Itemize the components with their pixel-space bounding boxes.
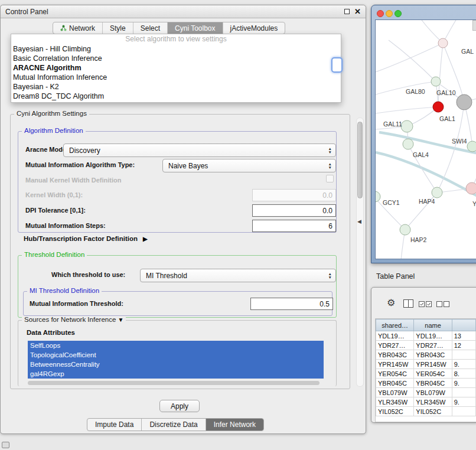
column-header[interactable] xyxy=(452,319,475,331)
table-cell[interactable]: YBR045C xyxy=(414,379,452,388)
table-cell[interactable]: YBL079W xyxy=(414,388,452,397)
table-row[interactable]: YDR27…YDR27…12 xyxy=(376,341,476,350)
which-threshold-combobox[interactable]: MI Threshold ▲▼ xyxy=(140,269,336,282)
focused-combobox-fragment[interactable] xyxy=(331,57,343,73)
network-canvas[interactable]: GALGAL80GAL10GAL1GAL11SWI4GAL4GCY1HAP4YH… xyxy=(375,19,476,259)
table-cell[interactable]: YPR145W xyxy=(414,360,452,369)
table-cell[interactable] xyxy=(452,388,475,397)
table-cell[interactable]: YDL19… xyxy=(376,331,414,341)
tab-select[interactable]: Select xyxy=(133,22,168,34)
node-label: HAP2 xyxy=(410,236,427,243)
network-node[interactable] xyxy=(432,187,442,198)
algorithm-option-basic-correlation-inference[interactable]: Basic Correlation Inference xyxy=(11,54,341,63)
network-node[interactable] xyxy=(466,182,476,194)
network-edge[interactable] xyxy=(376,43,443,72)
table-cell[interactable]: YPR145W xyxy=(376,360,414,369)
table-cell[interactable]: YBR045C xyxy=(376,379,414,388)
table-cell[interactable]: YER054C xyxy=(376,369,414,379)
deselect-all-columns-icon[interactable] xyxy=(436,301,449,308)
splitter-collapse-icon[interactable]: ◀ xyxy=(357,219,361,224)
network-node[interactable] xyxy=(467,141,476,152)
table-cell[interactable]: YER054C xyxy=(414,369,452,379)
close-window-icon[interactable]: ✕ xyxy=(354,7,361,16)
table-cell[interactable]: YBR043C xyxy=(376,350,414,360)
table-row[interactable]: YER054CYER054C8. xyxy=(376,369,476,379)
table-settings-gear-icon[interactable]: ⚙ xyxy=(387,297,395,308)
aracne-mode-combobox[interactable]: Discovery ▲▼ xyxy=(63,144,336,157)
apply-button[interactable]: Apply xyxy=(159,400,200,412)
table-cell[interactable]: 9. xyxy=(452,397,475,407)
float-window-icon[interactable] xyxy=(344,9,350,14)
algorithm-option-aracne-algorithm[interactable]: ARACNE Algorithm xyxy=(11,63,341,73)
table-cell[interactable]: YBR043C xyxy=(414,350,452,360)
tab-network[interactable]: Network xyxy=(53,22,103,34)
network-edge[interactable] xyxy=(438,43,443,107)
table-cell[interactable] xyxy=(452,407,475,416)
network-node[interactable] xyxy=(400,224,410,235)
table-row[interactable]: YBL079WYBL079W xyxy=(376,388,476,397)
mac-minimize-button[interactable] xyxy=(386,10,393,17)
table-row[interactable]: YDL19…YDL19…13 xyxy=(376,331,476,341)
table-cell[interactable]: 8. xyxy=(452,369,475,379)
table-cell[interactable]: YDR27… xyxy=(376,341,414,350)
algorithm-option-dream8-dc-tdc-algorithm[interactable]: Dream8 DC_TDC Algorithm xyxy=(11,92,341,101)
collapsed-window-icon[interactable] xyxy=(2,442,9,448)
table-cell[interactable] xyxy=(452,350,475,360)
network-edge[interactable] xyxy=(376,107,438,113)
mac-close-button[interactable] xyxy=(377,10,384,17)
bottom-tab-infer-network[interactable]: Infer Network xyxy=(206,419,263,431)
tab-cyni-toolbox[interactable]: Cyni Toolbox xyxy=(168,22,223,34)
hub-definition-expander[interactable]: Hub/Transcription Factor Definition ▶ xyxy=(24,235,148,242)
network-node-gray[interactable] xyxy=(457,94,472,110)
attribute-item-topologicalcoefficient[interactable]: TopologicalCoefficient xyxy=(28,350,324,360)
table-cell[interactable]: YDL19… xyxy=(414,331,452,341)
attribute-item-betweennesscentrality[interactable]: BetweennessCentrality xyxy=(28,360,324,369)
table-cell[interactable]: 12 xyxy=(452,341,475,350)
tab-style[interactable]: Style xyxy=(103,22,133,34)
algorithm-option-bayesian-k2[interactable]: Bayesian - K2 xyxy=(11,82,341,92)
table-row[interactable]: YBR045CYBR045C9. xyxy=(376,379,476,388)
dpi-tolerance-field[interactable] xyxy=(252,204,336,217)
table-row[interactable]: YBR043CYBR043C xyxy=(376,350,476,360)
mi-steps-field[interactable] xyxy=(252,220,336,232)
mi-threshold-field[interactable] xyxy=(250,298,333,310)
column-header[interactable]: name xyxy=(414,319,452,331)
network-node[interactable] xyxy=(431,77,441,86)
settings-scrollbar-thumb[interactable] xyxy=(357,122,363,198)
attribute-item-selfloops[interactable]: SelfLoops xyxy=(28,341,324,350)
attribute-item-gal4rgexp[interactable]: gal4RGexp xyxy=(28,369,324,379)
network-node[interactable] xyxy=(401,120,413,132)
table-cell[interactable]: YLR345W xyxy=(414,397,452,407)
table-row[interactable]: YPR145WYPR145W9. xyxy=(376,360,476,369)
table-cell[interactable]: 13 xyxy=(452,331,475,341)
network-edge[interactable] xyxy=(389,40,436,81)
table-cell[interactable]: YDR27… xyxy=(414,341,452,350)
mac-zoom-button[interactable] xyxy=(395,10,402,17)
attributes-hscrollbar-thumb[interactable] xyxy=(28,381,319,385)
network-node[interactable] xyxy=(403,139,413,149)
table-cell[interactable]: YIL052C xyxy=(414,407,452,416)
algorithm-option-mutual-information-inference[interactable]: Mutual Information Inference xyxy=(11,73,341,82)
table-cell[interactable]: 9. xyxy=(452,379,475,388)
columns-icon[interactable] xyxy=(403,299,413,308)
table-cell[interactable]: YBL079W xyxy=(376,388,414,397)
tab-jactivemodules[interactable]: jActiveModules xyxy=(223,22,285,34)
table-cell[interactable]: YIL052C xyxy=(376,407,414,416)
table-row[interactable]: YLR345WYLR345W9. xyxy=(376,397,476,407)
table-cell[interactable]: 9. xyxy=(452,360,475,369)
network-node[interactable] xyxy=(376,191,380,202)
bottom-tab-discretize-data[interactable]: Discretize Data xyxy=(142,419,206,431)
select-all-columns-icon[interactable] xyxy=(419,301,432,308)
network-node-red[interactable] xyxy=(433,102,444,112)
mi-algorithm-type-combobox[interactable]: Naive Bayes ▲▼ xyxy=(162,159,336,172)
table-cell[interactable]: YLR345W xyxy=(376,397,414,407)
control-panel-titlebar[interactable]: Control Panel ✕ xyxy=(1,5,366,18)
settings-scrollbar[interactable] xyxy=(356,118,364,387)
sources-expander[interactable]: Sources for Network Inference ▼ xyxy=(22,316,126,323)
bottom-tab-impute-data[interactable]: Impute Data xyxy=(87,419,142,431)
table-row[interactable]: YIL052CYIL052C xyxy=(376,407,476,416)
algorithm-option-bayesian-hill-climbing[interactable]: Bayesian - Hill Climbing xyxy=(11,44,341,54)
canvas-scrollbar-fragment[interactable] xyxy=(472,20,476,31)
network-node[interactable] xyxy=(438,38,448,48)
column-header[interactable]: shared… xyxy=(376,319,414,331)
